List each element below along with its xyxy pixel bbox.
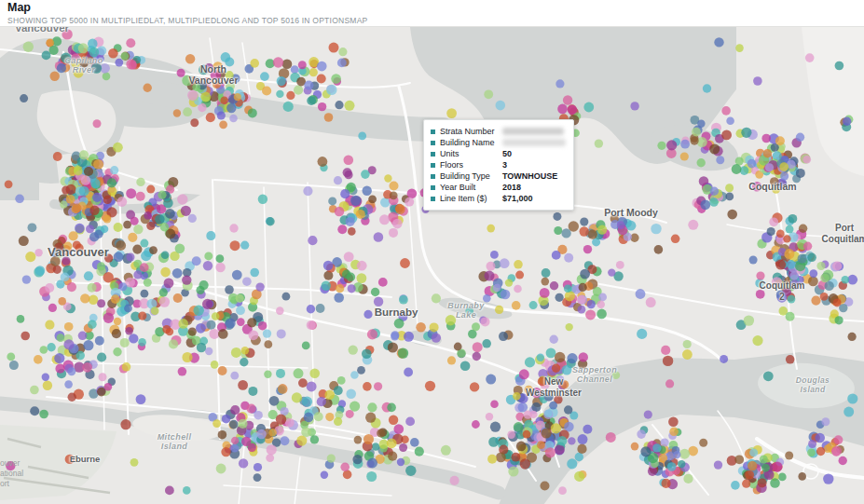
data-point[interactable] xyxy=(81,175,90,184)
data-point[interactable] xyxy=(15,195,24,204)
data-point[interactable] xyxy=(334,176,342,184)
data-point[interactable] xyxy=(61,53,71,63)
data-point[interactable] xyxy=(384,174,391,182)
data-point[interactable] xyxy=(117,197,127,207)
data-point[interactable] xyxy=(700,199,710,210)
data-point[interactable] xyxy=(778,473,787,482)
data-point[interactable] xyxy=(447,356,456,364)
data-point[interactable] xyxy=(545,447,555,457)
data-point[interactable] xyxy=(357,273,367,283)
data-point[interactable] xyxy=(45,283,54,293)
data-point[interactable] xyxy=(363,186,372,196)
data-point[interactable] xyxy=(741,128,751,138)
data-point[interactable] xyxy=(388,452,397,461)
data-point[interactable] xyxy=(472,420,480,429)
data-point[interactable] xyxy=(531,402,541,412)
data-point[interactable] xyxy=(776,230,785,238)
data-point[interactable] xyxy=(73,204,82,213)
data-point[interactable] xyxy=(292,392,302,402)
data-point[interactable] xyxy=(389,415,398,425)
data-point[interactable] xyxy=(226,318,236,328)
data-point[interactable] xyxy=(316,304,325,313)
data-point[interactable] xyxy=(744,315,754,325)
data-point[interactable] xyxy=(204,63,213,73)
data-point[interactable] xyxy=(93,159,103,170)
data-point[interactable] xyxy=(767,227,775,236)
data-point[interactable] xyxy=(608,268,615,276)
data-point[interactable] xyxy=(668,417,679,428)
data-point[interactable] xyxy=(230,405,240,415)
data-point[interactable] xyxy=(344,156,354,166)
data-point[interactable] xyxy=(352,455,362,464)
data-point[interactable] xyxy=(19,236,29,246)
data-point[interactable] xyxy=(230,372,239,380)
data-point[interactable] xyxy=(248,387,257,396)
data-point[interactable] xyxy=(389,228,398,238)
data-point[interactable] xyxy=(62,29,72,39)
data-point[interactable] xyxy=(362,349,372,360)
data-point[interactable] xyxy=(340,189,350,198)
data-point[interactable] xyxy=(122,362,131,372)
data-point[interactable] xyxy=(108,48,118,59)
data-point[interactable] xyxy=(654,245,664,254)
data-point[interactable] xyxy=(583,245,592,253)
data-point[interactable] xyxy=(540,288,550,298)
data-point[interactable] xyxy=(472,322,480,331)
data-point[interactable] xyxy=(247,318,256,327)
data-point[interactable] xyxy=(107,186,117,196)
data-point[interactable] xyxy=(372,443,380,451)
data-point[interactable] xyxy=(338,48,347,56)
data-point[interactable] xyxy=(277,329,286,338)
data-point[interactable] xyxy=(203,261,213,270)
data-point[interactable] xyxy=(45,320,54,330)
data-point[interactable] xyxy=(114,223,123,232)
data-point[interactable] xyxy=(514,260,523,269)
data-point[interactable] xyxy=(735,44,744,52)
data-point[interactable] xyxy=(127,253,135,262)
data-point[interactable] xyxy=(269,396,280,406)
data-point[interactable] xyxy=(747,461,757,470)
data-point[interactable] xyxy=(816,447,825,456)
data-point[interactable] xyxy=(60,200,67,208)
data-point[interactable] xyxy=(747,159,757,169)
data-point[interactable] xyxy=(50,72,60,81)
data-point[interactable] xyxy=(254,463,262,471)
data-point[interactable] xyxy=(805,53,815,62)
data-point[interactable] xyxy=(839,456,847,465)
data-point[interactable] xyxy=(564,253,573,263)
data-point[interactable] xyxy=(183,486,191,495)
data-point[interactable] xyxy=(262,86,271,95)
data-point[interactable] xyxy=(79,186,89,197)
data-point[interactable] xyxy=(103,215,111,224)
data-point[interactable] xyxy=(550,281,558,290)
data-point[interactable] xyxy=(91,63,102,74)
data-point[interactable] xyxy=(64,380,73,388)
data-point[interactable] xyxy=(788,295,796,304)
data-point[interactable] xyxy=(770,177,779,186)
data-point[interactable] xyxy=(752,182,761,191)
data-point[interactable] xyxy=(343,470,352,480)
data-point[interactable] xyxy=(276,90,283,98)
data-point[interactable] xyxy=(578,434,588,444)
data-point[interactable] xyxy=(149,246,158,254)
data-point[interactable] xyxy=(749,256,758,265)
data-point[interactable] xyxy=(307,305,315,313)
data-point[interactable] xyxy=(555,375,564,384)
data-point[interactable] xyxy=(631,443,639,451)
data-point[interactable] xyxy=(9,361,19,370)
data-point[interactable] xyxy=(222,415,231,424)
data-point[interactable] xyxy=(769,217,778,226)
data-point[interactable] xyxy=(136,192,145,201)
data-point[interactable] xyxy=(387,403,396,413)
data-point[interactable] xyxy=(558,486,567,495)
data-point[interactable] xyxy=(182,75,192,86)
data-point[interactable] xyxy=(407,189,418,199)
data-point[interactable] xyxy=(188,328,197,336)
data-point[interactable] xyxy=(103,73,111,81)
data-point[interactable] xyxy=(266,217,274,225)
data-point[interactable] xyxy=(808,277,818,287)
data-point[interactable] xyxy=(62,257,70,266)
data-point[interactable] xyxy=(697,120,705,128)
data-point[interactable] xyxy=(350,196,361,206)
data-point[interactable] xyxy=(310,435,319,443)
